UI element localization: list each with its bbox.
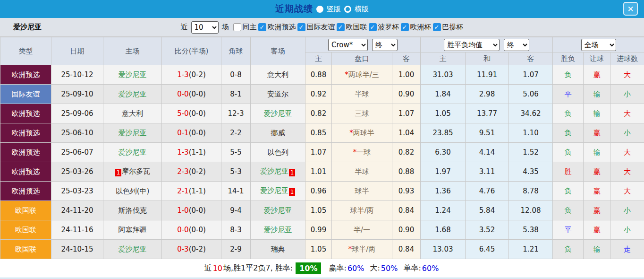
- odds-home: 0.92: [305, 85, 332, 104]
- col-header-score: 比分(半场): [162, 37, 221, 65]
- recent-count-select[interactable]: 10: [191, 21, 219, 34]
- league-label-2: 欧国联: [346, 23, 367, 32]
- goals-result: 大: [610, 162, 644, 182]
- odds-home: 1.01: [305, 162, 332, 182]
- odds-away: 0.93: [392, 182, 421, 201]
- match-type: 欧洲预选: [0, 162, 51, 182]
- odds-home: 1.05: [305, 240, 332, 259]
- team-name: 斯洛伐克: [119, 206, 147, 215]
- match-date: 25-03-26: [51, 162, 103, 182]
- col-header-handicap: 盘口: [332, 52, 392, 65]
- col-header-avg-draw: 和: [466, 52, 509, 65]
- avg-draw-odds: 3.52: [466, 220, 509, 240]
- league-checkbox-0[interactable]: ✓: [258, 23, 266, 31]
- league-checkbox-1[interactable]: ✓: [297, 23, 305, 31]
- league-checkbox-4[interactable]: ✓: [401, 23, 409, 31]
- match-score: 0-0(0-0): [162, 85, 221, 104]
- home-team: 爱沙尼亚: [103, 123, 162, 143]
- same-home-label: 同主: [243, 23, 257, 32]
- team-name: 爱沙尼亚: [119, 70, 147, 79]
- avg-state-select[interactable]: 终: [504, 39, 529, 51]
- league-checkbox-5[interactable]: ✓: [433, 23, 441, 31]
- handicap-result: 输: [584, 104, 610, 123]
- avg-away-odds: 34.62: [509, 104, 553, 123]
- goals-result: 小: [610, 220, 644, 240]
- away-team: 以色列: [251, 143, 305, 162]
- corner-count: 8-1: [221, 85, 251, 104]
- team-name: 爱沙尼亚: [119, 90, 147, 98]
- match-score: 0-1(0-0): [162, 123, 221, 143]
- avg-away-odds: 12.08: [509, 201, 553, 220]
- col-header-result: 胜负: [553, 52, 584, 65]
- col-header-odds-home: 主: [305, 52, 332, 65]
- corner-count: 14-1: [221, 182, 251, 201]
- home-team: 1摩尔多瓦: [103, 162, 162, 182]
- match-type: 国际友谊: [0, 85, 51, 104]
- scope-select[interactable]: 全场: [581, 39, 616, 51]
- match-date: 24-11-16: [51, 220, 103, 240]
- goals-result: 大: [610, 104, 644, 123]
- match-score: 0-3(0-2): [162, 240, 221, 259]
- goals-result: 小: [610, 201, 644, 220]
- match-type: 欧洲预选: [0, 182, 51, 201]
- same-home-checkbox[interactable]: [233, 23, 241, 31]
- scope-select-group: 全场: [553, 37, 644, 52]
- match-type: 欧国联: [0, 240, 51, 259]
- team-name: 阿塞拜疆: [119, 226, 147, 234]
- match-result: 负: [553, 182, 584, 201]
- team-name: 爱沙尼亚: [13, 23, 42, 32]
- odds-state-select[interactable]: 终: [372, 39, 398, 51]
- bookmaker-select[interactable]: Crow*: [328, 39, 368, 51]
- close-icon[interactable]: ✕: [623, 2, 638, 16]
- odds-away: 0.90: [392, 85, 421, 104]
- avg-draw-odds: 4.14: [466, 143, 509, 162]
- handicap-line: 球半: [332, 182, 392, 201]
- away-team: 爱沙尼亚: [251, 201, 305, 220]
- match-date: 25-03-23: [51, 182, 103, 201]
- match-row: 欧洲预选25-03-261摩尔多瓦2-3(0-2)5-3爱沙尼亚11.01半球0…: [0, 162, 644, 182]
- vertical-layout-radio[interactable]: [316, 6, 323, 13]
- odds-home: 0.88: [305, 65, 332, 85]
- col-header-away: 客场: [251, 37, 305, 65]
- match-score: 2-1(1-1): [162, 182, 221, 201]
- corner-count: 9-4: [221, 201, 251, 220]
- avg-home-odds: 23.85: [421, 123, 466, 143]
- handicap-line: *两球半/三: [332, 65, 392, 85]
- avg-home-odds: 1.97: [421, 162, 466, 182]
- league-label-5: 巴提杯: [442, 23, 464, 32]
- match-type: 欧国联: [0, 201, 51, 220]
- avg-draw-odds: 2.98: [466, 85, 509, 104]
- corner-count: 5-5: [221, 143, 251, 162]
- match-result: 负: [553, 65, 584, 85]
- match-date: 25-06-07: [51, 143, 103, 162]
- match-date: 24-10-15: [51, 240, 103, 259]
- horizontal-layout-label[interactable]: 横版: [355, 5, 369, 14]
- team-name: 摩尔多瓦: [122, 167, 150, 175]
- away-team: 爱沙尼亚1: [251, 182, 305, 201]
- odds-home: 0.96: [305, 182, 332, 201]
- handicap-result: 赢: [584, 220, 610, 240]
- avg-home-odds: 1.36: [421, 182, 466, 201]
- home-team: 爱沙尼亚: [103, 143, 162, 162]
- team-name: 爱沙尼亚: [119, 148, 147, 157]
- avg-draw-odds: 5.84: [466, 201, 509, 220]
- league-checkbox-2[interactable]: ✓: [337, 23, 345, 31]
- away-team: 安道尔: [251, 85, 305, 104]
- vertical-layout-label[interactable]: 竖版: [327, 5, 341, 14]
- odds-home: 1.05: [305, 201, 332, 220]
- home-team: 爱沙尼亚: [103, 65, 162, 85]
- col-header-date: 日期: [51, 37, 103, 65]
- odds-home: 0.82: [305, 104, 332, 123]
- corner-count: 8-3: [221, 220, 251, 240]
- match-type: 欧洲预选: [0, 123, 51, 143]
- team-name: 爱沙尼亚: [264, 109, 292, 118]
- team-name: 意大利: [122, 109, 143, 118]
- avg-odds-select[interactable]: 胜平负均值: [444, 39, 500, 51]
- red-card-badge: 1: [115, 169, 121, 176]
- team-name: 爱沙尼亚: [264, 206, 292, 215]
- home-team: 爱沙尼亚: [103, 85, 162, 104]
- match-score: 2-3(0-2): [162, 162, 221, 182]
- league-checkbox-3[interactable]: ✓: [369, 23, 377, 31]
- horizontal-layout-radio[interactable]: [344, 6, 351, 13]
- odds-away: 1.00: [392, 65, 421, 85]
